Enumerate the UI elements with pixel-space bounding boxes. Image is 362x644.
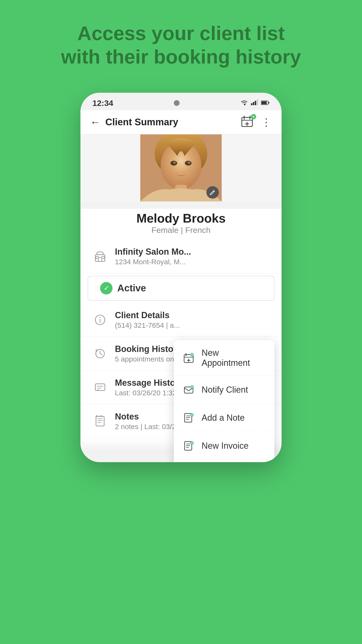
- status-icons: [240, 99, 270, 107]
- plus-badge: +: [251, 114, 256, 119]
- notify-client-label: Notify Client: [202, 385, 248, 395]
- edit-photo-button[interactable]: [206, 186, 219, 198]
- phone-mockup: 12:34: [80, 93, 282, 462]
- salon-row[interactable]: Infinity Salon Mo... 1234 Mont-Royal, M.…: [80, 240, 282, 273]
- status-bar: 12:34: [80, 93, 282, 110]
- notes-icon: [92, 414, 108, 429]
- new-invoice-label: New Invoice: [202, 441, 249, 451]
- salon-icon: [92, 249, 108, 264]
- add-appointment-button[interactable]: +: [241, 115, 255, 130]
- status-time: 12:34: [92, 98, 113, 108]
- add-note-icon: [182, 412, 195, 424]
- profile-face: [140, 134, 222, 202]
- dropdown-notify-client[interactable]: Notify Client: [174, 376, 274, 404]
- signal-icon: [251, 99, 258, 107]
- wifi-icon: [240, 99, 248, 107]
- svg-rect-24: [96, 256, 98, 259]
- svg-rect-22: [95, 255, 105, 262]
- active-status-row[interactable]: ✓ Active: [88, 276, 274, 301]
- info-circle-icon: [92, 312, 108, 328]
- headline-line2: with their booking history: [61, 45, 301, 68]
- salon-info: Infinity Salon Mo... 1234 Mont-Royal, M.…: [115, 247, 270, 266]
- client-name: Melody Brooks: [80, 209, 282, 226]
- camera-notch: [174, 100, 180, 106]
- client-details-subtitle: (514) 321-7654 | a...: [115, 321, 270, 330]
- svg-rect-30: [95, 384, 105, 390]
- client-sub-info: Female | French: [80, 226, 282, 240]
- dropdown-new-appointment[interactable]: New Appointment: [174, 340, 274, 376]
- svg-rect-0: [251, 103, 252, 105]
- new-appointment-label: New Appointment: [202, 348, 266, 368]
- svg-line-21: [213, 191, 214, 192]
- svg-rect-3: [257, 100, 258, 105]
- client-gender: Female: [152, 226, 179, 234]
- svg-rect-2: [255, 101, 256, 105]
- client-details-title: Client Details: [115, 310, 270, 320]
- svg-rect-5: [261, 101, 267, 104]
- dropdown-delete-client[interactable]: Delete Client: [174, 460, 274, 462]
- nav-bar: ← Client Summary + ⋮: [80, 110, 282, 134]
- active-label: Active: [117, 283, 146, 294]
- new-invoice-icon: [182, 440, 195, 452]
- svg-rect-25: [102, 256, 104, 259]
- salon-address: 1234 Mont-Royal, M...: [115, 258, 270, 266]
- notify-client-icon: [182, 384, 195, 396]
- headline-line1: Access your client list: [61, 22, 301, 45]
- client-language: French: [185, 226, 211, 234]
- dropdown-new-invoice[interactable]: New Invoice: [174, 432, 274, 460]
- nav-title: Client Summary: [105, 117, 241, 128]
- salon-name: Infinity Salon Mo...: [115, 247, 270, 257]
- client-details-row[interactable]: Client Details (514) 321-7654 | a...: [80, 303, 282, 337]
- svg-rect-33: [96, 416, 104, 426]
- separator: |: [181, 226, 185, 234]
- history-icon: [92, 346, 108, 361]
- add-note-label: Add a Note: [202, 413, 245, 423]
- svg-point-28: [100, 317, 100, 318]
- profile-photo-container: [80, 134, 282, 202]
- nav-action-icons: + ⋮: [241, 115, 272, 130]
- battery-icon: [261, 99, 270, 107]
- new-appointment-icon: [182, 352, 195, 364]
- svg-point-20: [188, 162, 190, 164]
- active-check-icon: ✓: [100, 282, 112, 294]
- info-section: Infinity Salon Mo... 1234 Mont-Royal, M.…: [80, 240, 282, 438]
- profile-photo: [140, 134, 222, 202]
- dropdown-add-note[interactable]: Add a Note: [174, 404, 274, 432]
- svg-rect-6: [268, 102, 269, 104]
- headline: Access your client list with their booki…: [42, 22, 320, 69]
- dropdown-menu: New Appointment Notify Client: [174, 340, 274, 462]
- svg-rect-1: [253, 102, 254, 105]
- client-details-info: Client Details (514) 321-7654 | a...: [115, 310, 270, 330]
- svg-point-19: [173, 162, 176, 164]
- svg-rect-23: [98, 258, 102, 262]
- back-button[interactable]: ←: [90, 116, 100, 128]
- message-icon: [92, 380, 108, 395]
- more-options-button[interactable]: ⋮: [261, 116, 272, 128]
